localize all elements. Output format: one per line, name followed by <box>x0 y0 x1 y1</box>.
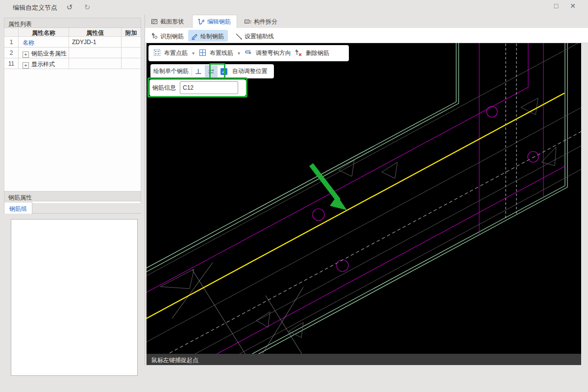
place-point-caret-icon[interactable]: ▾ <box>192 50 195 56</box>
place-line-rebar-button[interactable]: 布置线筋 <box>210 49 233 57</box>
column-header-extra: 附加 <box>121 28 141 36</box>
separator <box>192 67 192 76</box>
identify-rebar-icon <box>151 32 158 41</box>
undo-icon[interactable]: ↺ <box>65 3 74 12</box>
horizontal-mode-button-selected[interactable] <box>205 65 218 77</box>
title-bar: 编辑自定义节点 ↺ ↻ □ ✕ <box>0 0 588 15</box>
draw-rebar-icon <box>191 32 198 41</box>
rebar-point-circles <box>313 106 539 271</box>
delete-rebar-button[interactable]: 删除钢筋 <box>306 49 329 57</box>
place-point-rebar-icon <box>153 49 161 58</box>
close-button[interactable]: ✕ <box>565 2 580 13</box>
adjust-hook-icon <box>245 49 252 57</box>
section-shape-icon <box>151 18 158 26</box>
rebar-tools-toolbar: 布置点筋 ▾ 布置线筋 ▾ 调整弯钩方向 删除钢筋 <box>148 45 349 61</box>
column-header-value: 属性值 <box>69 28 121 36</box>
draw-single-rebar-button[interactable]: 绘制单个钢筋 <box>153 67 189 75</box>
left-panel: 属性列表 属性名称 属性值 附加 1 名称 ZDYJD-1 2 +钢筋业务属性 … <box>0 15 145 365</box>
table-row[interactable]: 2 +钢筋业务属性 <box>4 48 141 58</box>
dialog-footer: 完成 取消 <box>0 365 588 392</box>
status-bar: 鼠标左键捕捉起点 <box>147 354 581 365</box>
tab-section-shape[interactable]: 截面形状 <box>146 15 190 28</box>
svg-text:?: ? <box>249 20 251 24</box>
table-row[interactable]: 1 名称 ZDYJD-1 <box>4 37 141 48</box>
maximize-button[interactable]: □ <box>549 2 564 13</box>
expand-icon[interactable]: + <box>23 62 29 69</box>
rebar-group-list[interactable] <box>11 219 138 376</box>
delete-rebar-icon <box>294 49 302 58</box>
edit-custom-node-dialog: { "window": { "title": "编辑自定义节点" }, "ico… <box>0 0 588 392</box>
auto-adjust-label: 自动调整位置 <box>232 67 268 75</box>
rebar-properties-header: 钢筋属性 <box>4 191 141 201</box>
window-title: 编辑自定义节点 <box>13 3 57 12</box>
row-extra-cell[interactable] <box>121 37 141 47</box>
place-line-caret-icon[interactable]: ▾ <box>238 50 240 56</box>
row-name-link[interactable]: 名称 <box>23 39 34 46</box>
table-row[interactable]: 11 +显示样式 <box>4 58 141 69</box>
active-rebar-yellow-line[interactable] <box>147 93 564 320</box>
tab-divider <box>32 213 141 214</box>
column-header-name: 属性名称 <box>18 28 69 36</box>
auto-adjust-checkbox[interactable]: ✓ <box>220 68 227 75</box>
adjust-hook-button[interactable]: 调整弯钩方向 <box>256 49 291 57</box>
perpendicular-mode-icon[interactable]: ⊥ <box>195 67 202 76</box>
row-value-cell[interactable]: ZDYJD-1 <box>69 37 121 47</box>
slab-bottom-edge-lines <box>246 43 567 354</box>
set-guides-button[interactable]: 设置辅助线 <box>232 30 278 42</box>
rebar-info-row: 钢筋信息 <box>149 79 246 96</box>
draw-rebar-button-selected[interactable]: 绘制钢筋 <box>188 30 228 42</box>
tab-component-split[interactable]: ? 构件拆分 <box>239 15 283 28</box>
rebar-info-label: 钢筋信息 <box>152 84 176 92</box>
place-line-rebar-icon <box>199 49 206 58</box>
horizontal-rebar-icon <box>207 69 215 74</box>
property-table: 属性名称 属性值 附加 1 名称 ZDYJD-1 2 +钢筋业务属性 11 +显… <box>4 28 141 204</box>
draw-single-toolbar: 绘制单个钢筋 ⊥ ✓ 自动调整位置 <box>150 64 274 78</box>
table-header-row: 属性名称 属性值 附加 <box>4 28 141 37</box>
place-point-rebar-button[interactable]: 布置点筋 <box>164 49 188 57</box>
component-split-icon: ? <box>244 18 251 26</box>
guide-line-icon <box>235 32 243 41</box>
rebar-info-input[interactable] <box>180 81 238 94</box>
tab-edit-rebar[interactable]: 编辑钢筋 <box>192 15 237 28</box>
edit-rebar-icon <box>197 18 205 26</box>
redo-icon[interactable]: ↻ <box>82 3 92 12</box>
expand-icon[interactable]: + <box>23 51 29 58</box>
property-list-header: 属性列表 <box>4 18 141 28</box>
tab-rebar-group[interactable]: 钢筋组 <box>4 202 32 214</box>
identify-rebar-button[interactable]: 识别钢筋 <box>148 30 188 42</box>
direction-triangles <box>160 98 556 338</box>
